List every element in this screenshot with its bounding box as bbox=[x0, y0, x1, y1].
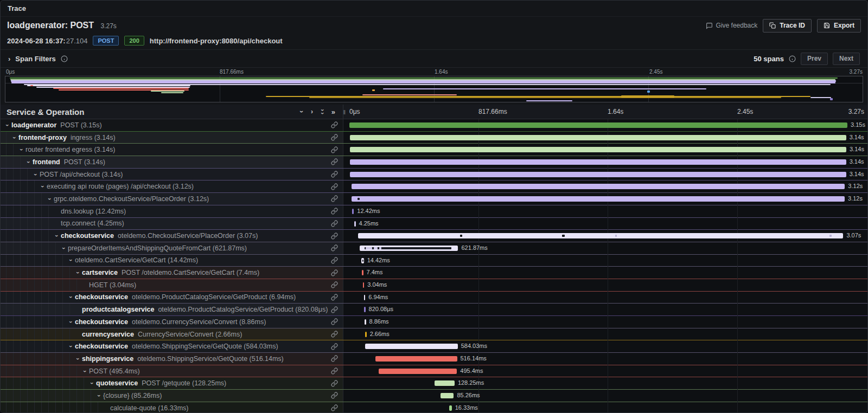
span-bar[interactable] bbox=[365, 319, 366, 325]
span-row[interactable]: ›checkoutserviceoteldemo.ProductCatalogS… bbox=[1, 292, 867, 304]
span-link-icon[interactable] bbox=[331, 306, 338, 313]
span-link-icon[interactable] bbox=[331, 380, 338, 387]
span-row[interactable]: calculate-quote (16.33ms) 16.33ms bbox=[1, 402, 867, 413]
span-row[interactable]: dns.lookup (12.42ms) 12.42ms bbox=[1, 205, 867, 218]
span-row[interactable]: ›frontendPOST (3.14s) 3.14s bbox=[1, 156, 867, 169]
span-bar[interactable] bbox=[352, 184, 845, 189]
span-row[interactable]: ›grpc.oteldemo.CheckoutService/PlaceOrde… bbox=[1, 193, 867, 205]
expand-chevron-icon[interactable]: › bbox=[54, 232, 60, 240]
span-name-cell[interactable]: ›POST (495.4ms) bbox=[1, 365, 343, 377]
span-link-icon[interactable] bbox=[331, 171, 338, 178]
span-row[interactable]: ›checkoutserviceoteldemo.CheckoutService… bbox=[1, 230, 867, 242]
span-link-icon[interactable] bbox=[331, 208, 338, 215]
expand-chevron-icon[interactable]: › bbox=[47, 195, 53, 203]
span-bar[interactable] bbox=[365, 344, 457, 349]
span-name-cell[interactable]: ›loadgeneratorPOST (3.15s) bbox=[1, 119, 343, 131]
expand-chevron-icon[interactable]: › bbox=[11, 134, 18, 141]
span-link-icon[interactable] bbox=[331, 367, 338, 375]
expand-chevron-icon[interactable]: › bbox=[68, 343, 74, 350]
span-bar[interactable] bbox=[350, 147, 846, 152]
span-bar[interactable] bbox=[363, 282, 365, 288]
expand-chevron-icon[interactable]: › bbox=[40, 183, 46, 190]
span-bar[interactable] bbox=[360, 246, 458, 251]
span-bar[interactable] bbox=[352, 209, 354, 214]
expand-chevron-icon[interactable]: › bbox=[96, 392, 103, 399]
span-name-cell[interactable]: ›grpc.oteldemo.CheckoutService/PlaceOrde… bbox=[1, 193, 343, 205]
span-name-cell[interactable]: ›cartservicePOST /oteldemo.CartService/G… bbox=[1, 267, 343, 279]
span-link-icon[interactable] bbox=[331, 233, 338, 240]
span-row[interactable]: ›router frontend egress (3.14s) 3.14s bbox=[1, 144, 867, 156]
span-link-icon[interactable] bbox=[331, 220, 338, 227]
span-name-cell[interactable]: ›{closure} (85.26ms) bbox=[1, 390, 343, 402]
span-row[interactable]: currencyserviceCurrencyService/Convert (… bbox=[1, 328, 867, 341]
span-row[interactable]: productcatalogserviceoteldemo.ProductCat… bbox=[1, 304, 867, 316]
span-bar[interactable] bbox=[361, 258, 363, 263]
expand-chevron-icon[interactable]: › bbox=[18, 146, 25, 153]
span-name-cell[interactable]: ›router frontend egress (3.14s) bbox=[1, 144, 343, 156]
span-row[interactable]: ›frontend-proxyingress (3.14s) 3.14s bbox=[1, 132, 867, 144]
span-name-cell[interactable]: ›executing api route (pages) /api/checko… bbox=[1, 180, 343, 192]
span-link-icon[interactable] bbox=[331, 195, 338, 202]
span-link-icon[interactable] bbox=[331, 294, 338, 301]
span-link-icon[interactable] bbox=[331, 404, 338, 411]
span-row[interactable]: ›cartservicePOST /oteldemo.CartService/G… bbox=[1, 267, 867, 279]
trace-id-button[interactable]: Trace ID bbox=[763, 19, 812, 33]
span-bar[interactable] bbox=[449, 405, 452, 411]
collapse-all-icon[interactable]: ›› bbox=[321, 108, 323, 115]
span-link-icon[interactable] bbox=[331, 134, 338, 141]
span-row[interactable]: ›executing api route (pages) /api/checko… bbox=[1, 180, 867, 193]
span-name-cell[interactable]: ›quoteservicePOST /getquote (128.25ms) bbox=[1, 377, 343, 389]
span-bar[interactable] bbox=[362, 270, 363, 275]
span-bar[interactable] bbox=[358, 233, 844, 238]
span-row[interactable]: tcp.connect (4.25ms) 4.25ms bbox=[1, 218, 867, 230]
span-name-cell[interactable]: HGET (3.04ms) bbox=[1, 279, 343, 291]
span-bar[interactable] bbox=[350, 159, 846, 165]
span-bar[interactable] bbox=[379, 369, 457, 374]
span-bar[interactable] bbox=[364, 295, 366, 300]
span-name-cell[interactable]: currencyserviceCurrencyService/Convert (… bbox=[1, 328, 343, 340]
span-link-icon[interactable] bbox=[331, 343, 338, 350]
collapse-one-icon[interactable]: › bbox=[298, 111, 305, 113]
expand-chevron-icon[interactable]: › bbox=[68, 293, 74, 301]
span-bar[interactable] bbox=[375, 356, 457, 362]
span-bar[interactable] bbox=[350, 135, 846, 140]
span-name-cell[interactable]: ›POST /api/checkout (3.14s) bbox=[1, 169, 343, 180]
give-feedback-link[interactable]: Give feedback bbox=[706, 22, 758, 29]
prev-button[interactable]: Prev bbox=[801, 53, 828, 65]
span-link-icon[interactable] bbox=[331, 257, 338, 264]
span-bar[interactable] bbox=[435, 380, 455, 386]
span-link-icon[interactable] bbox=[331, 392, 338, 399]
span-link-icon[interactable] bbox=[331, 331, 338, 338]
expand-chevron-icon[interactable]: › bbox=[25, 158, 32, 166]
expand-chevron-icon[interactable]: › bbox=[75, 355, 81, 363]
span-link-icon[interactable] bbox=[331, 244, 338, 251]
span-row[interactable]: ›loadgeneratorPOST (3.15s) 3.15s bbox=[1, 119, 867, 132]
span-row[interactable]: ›prepareOrderItemsAndShippingQuoteFromCa… bbox=[1, 242, 867, 255]
span-name-cell[interactable]: ›prepareOrderItemsAndShippingQuoteFromCa… bbox=[1, 242, 343, 254]
span-name-cell[interactable]: ›checkoutserviceoteldemo.CurrencyService… bbox=[1, 316, 343, 328]
expand-chevron-icon[interactable]: › bbox=[89, 379, 95, 387]
export-button[interactable]: Export bbox=[817, 19, 861, 33]
span-name-cell[interactable]: ›checkoutserviceoteldemo.ProductCatalogS… bbox=[1, 292, 343, 304]
span-link-icon[interactable] bbox=[331, 318, 338, 325]
expand-one-icon[interactable]: › bbox=[311, 108, 313, 115]
span-name-cell[interactable]: ›frontend-proxyingress (3.14s) bbox=[1, 132, 343, 144]
expand-chevron-icon[interactable]: › bbox=[61, 244, 67, 252]
span-name-cell[interactable]: ›shippingserviceoteldemo.ShippingService… bbox=[1, 353, 343, 365]
span-name-cell[interactable]: ›checkoutserviceoteldemo.ShippingService… bbox=[1, 340, 343, 352]
span-link-icon[interactable] bbox=[331, 158, 338, 165]
span-row[interactable]: ›POST (495.4ms) 495.4ms bbox=[1, 365, 867, 378]
span-bar[interactable] bbox=[350, 172, 846, 177]
span-bar[interactable] bbox=[441, 393, 454, 398]
span-bar[interactable] bbox=[364, 307, 366, 312]
span-name-cell[interactable]: ›frontendPOST (3.14s) bbox=[1, 156, 343, 168]
expand-chevron-icon[interactable]: › bbox=[75, 269, 81, 276]
expand-chevron-icon[interactable]: › bbox=[68, 256, 74, 264]
expand-all-icon[interactable]: » bbox=[331, 108, 335, 116]
span-link-icon[interactable] bbox=[331, 281, 338, 288]
span-link-icon[interactable] bbox=[331, 269, 338, 276]
span-name-cell[interactable]: calculate-quote (16.33ms) bbox=[1, 402, 343, 413]
span-name-cell[interactable]: ›oteldemo.CartService/GetCart (14.42ms) bbox=[1, 255, 343, 267]
span-row[interactable]: ›quoteservicePOST /getquote (128.25ms) 1… bbox=[1, 377, 867, 390]
expand-chevron-icon[interactable]: › bbox=[68, 318, 74, 326]
